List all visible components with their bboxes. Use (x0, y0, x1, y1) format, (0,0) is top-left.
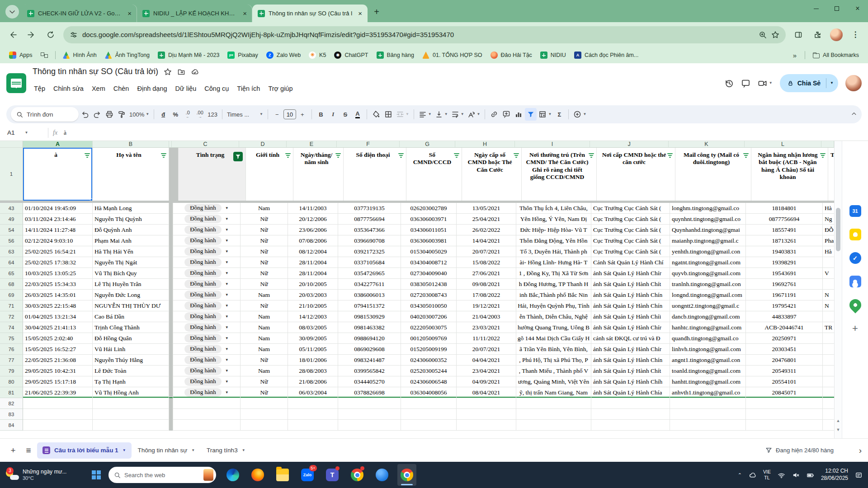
empty-cell[interactable] (670, 420, 746, 431)
cell-B43[interactable]: Hà Mạnh Long (93, 203, 169, 214)
cell-I65[interactable]: 1 , Đồng Ky, Thị Xã Từ Sơn (516, 268, 591, 279)
cell-J64[interactable]: Cảnh Sát Quản Lý Hành Chí (591, 257, 670, 268)
cell-D75[interactable]: Nam (241, 333, 288, 344)
empty-cell[interactable] (746, 420, 823, 431)
menu-item[interactable]: Xem (88, 83, 109, 94)
print-button[interactable] (104, 108, 115, 121)
menu-item[interactable]: Chèn (109, 83, 133, 94)
cell-D65[interactable]: Nữ (241, 268, 288, 279)
cell-D56[interactable]: Nữ (241, 235, 288, 246)
cell-L49[interactable]: 0877756694 (746, 214, 823, 225)
vertical-scrollbar[interactable]: ▲ ▼ (834, 141, 842, 438)
font-select[interactable]: Times ...▼ (226, 108, 264, 121)
cell-L65[interactable]: 19543691 (746, 268, 823, 279)
cell-B77[interactable]: Nguyễn Thúy Hằng (93, 355, 169, 366)
cell-I76[interactable]: ã Trần Yên Bình, Yên Bình, (516, 344, 591, 355)
cell-J79[interactable]: ảnh Sát Quản Lý Hành Chít (591, 366, 670, 376)
cell-D77[interactable]: Nữ (241, 355, 288, 366)
column-letter-D[interactable]: D (239, 141, 287, 148)
filter-funnel-icon[interactable] (743, 153, 749, 158)
menu-item[interactable]: Trợ giúp (264, 83, 297, 94)
menus-search-field[interactable]: Trình đơn (11, 107, 79, 122)
empty-cell[interactable] (823, 398, 835, 409)
cell-L76[interactable]: 20303451 (746, 344, 823, 355)
row-number[interactable]: 72 (0, 311, 23, 322)
cell-L75[interactable]: 20250971 (746, 333, 823, 344)
empty-cell[interactable] (93, 398, 169, 409)
header-cell-I[interactable]: Nơi thường trú (Trên CMND/ Thẻ Căn Cước)… (522, 148, 597, 201)
cell-D80[interactable]: Nữ (241, 376, 288, 387)
cell-D76[interactable]: Nam (241, 344, 288, 355)
cell-I69[interactable]: inh Bắc,Thành phố Bắc Nin (516, 290, 591, 300)
bookmark-item[interactable]: Dịu Mạnh Mẽ - 2023 (154, 49, 223, 61)
cell-I43[interactable]: Thôn Thụ Ích 4, Liên Châu, (516, 203, 591, 214)
row-number[interactable]: 43 (0, 203, 23, 214)
cell-L68[interactable]: 19692761 (746, 279, 823, 290)
row-number[interactable]: 65 (0, 268, 23, 279)
header-cell-B[interactable]: Họ và tên (93, 148, 169, 201)
cell-K49[interactable]: quynhnt.tingtong@gmail.co (670, 214, 746, 225)
bookmark-item[interactable]: Hình Ảnh (59, 49, 100, 61)
calendar-icon[interactable]: 31 (849, 205, 861, 217)
row-number[interactable]: 49 (0, 214, 23, 225)
empty-cell[interactable] (93, 409, 169, 420)
cell-G80[interactable]: 024306006548 (401, 376, 457, 387)
functions-button[interactable]: Σ (553, 108, 565, 121)
cell-H54[interactable]: 26/02/2022 (457, 225, 516, 235)
cell-L56[interactable]: 18713261 (746, 235, 823, 246)
cell-G79[interactable]: 025203005244 (401, 366, 457, 376)
empty-cell[interactable] (173, 409, 241, 420)
menu-item[interactable]: Dữ liệu (171, 83, 201, 94)
cell-C74[interactable]: Đồng hành▼ (173, 322, 241, 333)
cell-H49[interactable]: 25/04/2021 (457, 214, 516, 225)
cell-M43[interactable]: Hà (823, 203, 835, 214)
cell-E71[interactable]: 21/10/2005 (288, 300, 338, 311)
row-number[interactable]: 71 (0, 300, 23, 311)
row-number[interactable]: 69 (0, 290, 23, 300)
empty-cell[interactable] (338, 420, 401, 431)
cell-A76[interactable]: 15/05/2025 16:52:27 (23, 344, 93, 355)
cell-H63[interactable]: 20/07/2021 (457, 246, 516, 257)
cell-L54[interactable]: 18557491 (746, 225, 823, 235)
cell-K71[interactable]: uongntt2.tingtong@gmail.c (670, 300, 746, 311)
cell-F80[interactable]: 0344405270 (338, 376, 401, 387)
new-tab-button[interactable]: + (370, 5, 383, 18)
create-filter-button[interactable] (525, 108, 537, 121)
row-number[interactable]: 54 (0, 225, 23, 235)
cell-H69[interactable]: 17/08/2022 (457, 290, 516, 300)
cell-M79[interactable] (823, 366, 835, 376)
cell-J81[interactable]: ảnh Sát Quản Lý Hành Chía (591, 387, 670, 398)
cell-M72[interactable] (823, 311, 835, 322)
cell-G75[interactable]: 001205009769 (401, 333, 457, 344)
empty-cell[interactable] (591, 409, 670, 420)
cell-G81[interactable]: 036304008056 (401, 387, 457, 398)
cell-D72[interactable]: Nam (241, 311, 288, 322)
status-chip[interactable]: Đồng hành (184, 334, 221, 343)
cell-E74[interactable]: 08/03/2005 (288, 322, 338, 333)
text-color-button[interactable]: A (352, 108, 363, 121)
cell-I71[interactable]: Hải, Huyện Quỳnh Phụ, Tỉnh (516, 300, 591, 311)
status-chip[interactable]: Đồng hành (184, 301, 221, 310)
all-sheets-button[interactable]: ≡ (22, 444, 35, 457)
url-text[interactable]: docs.google.com/spreadsheets/d/1lEShtou5… (82, 31, 754, 38)
cell-H71[interactable]: 19/12/2021 (457, 300, 516, 311)
empty-cell[interactable] (173, 420, 241, 431)
meet-button[interactable]: ▼ (758, 79, 773, 88)
cell-M74[interactable]: TR (823, 322, 835, 333)
scroll-tabs-right-icon[interactable]: › (859, 446, 862, 455)
volume-icon[interactable] (792, 471, 800, 479)
cell-M71[interactable]: N (823, 300, 835, 311)
cell-F43[interactable]: 0377319135 (338, 203, 401, 214)
share-dropdown-icon[interactable]: ▼ (830, 81, 834, 85)
empty-cell[interactable] (823, 420, 835, 431)
redo-button[interactable] (91, 108, 103, 121)
bookmarks-overflow-icon[interactable]: » (788, 52, 801, 59)
cell-K63[interactable]: yenhth.tingtong@gmail.con (670, 246, 746, 257)
cell-B81[interactable]: Vũ Thị Hồng Anh (93, 387, 169, 398)
cell-G74[interactable]: 022205003075 (401, 322, 457, 333)
cell-F77[interactable]: 0983241487 (338, 355, 401, 366)
cell-I49[interactable]: Yên Hồng, Ý Yên, Nam Đị (516, 214, 591, 225)
bookmark-item[interactable]: ZZalo Web (263, 49, 304, 61)
cell-F79[interactable]: 0399565842 (338, 366, 401, 376)
refresh-icon[interactable] (44, 28, 57, 41)
